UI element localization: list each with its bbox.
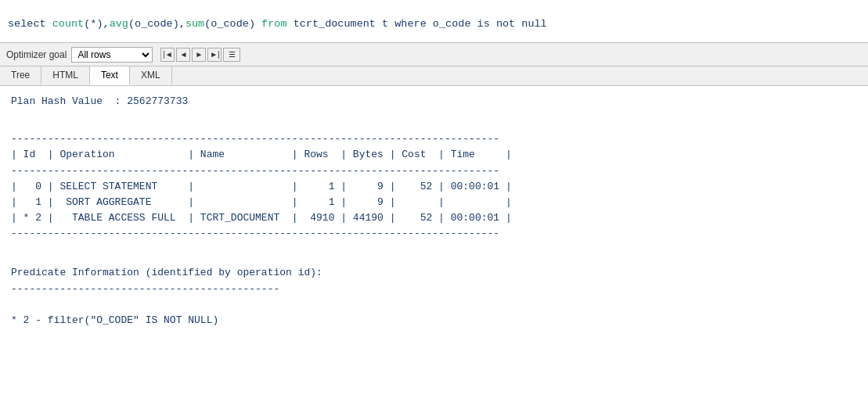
prev-btn[interactable]: ◄ <box>176 48 190 62</box>
plan-area[interactable]: Plan Hash Value : 2562773733 -----------… <box>0 86 868 407</box>
plan-row-0: | 0 | SELECT STATEMENT | | 1 | 9 | 52 | … <box>11 179 857 195</box>
tab-text[interactable]: Text <box>90 66 130 85</box>
last-btn[interactable]: ►| <box>207 48 222 62</box>
plan-header: | Id | Operation | Name | Rows | Bytes |… <box>11 147 857 163</box>
predicate-separator: ----------------------------------------… <box>11 282 857 297</box>
separator-bottom: ----------------------------------------… <box>11 226 857 242</box>
predicate-header: Predicate Information (identified by ope… <box>11 265 857 281</box>
sql-text: select count(*),avg(o_code),sum(o_code) … <box>8 6 860 30</box>
settings-btn[interactable]: ☰ <box>223 48 240 62</box>
tab-tree[interactable]: Tree <box>0 66 41 85</box>
predicate-row: * 2 - filter("O_CODE" IS NOT NULL) <box>11 313 857 328</box>
optimizer-select[interactable]: All rows First rows First rows 1 First r… <box>71 47 153 63</box>
plan-row-1: | 1 | SORT AGGREGATE | | 1 | 9 | | | <box>11 195 857 210</box>
blank-line-2 <box>11 242 857 257</box>
optimizer-label: Optimizer goal <box>6 49 67 60</box>
tab-xml[interactable]: XML <box>130 66 172 85</box>
tabs-bar: Tree HTML Text XML <box>0 66 868 86</box>
next-btn[interactable]: ► <box>192 48 206 62</box>
plan-hash: Plan Hash Value : 2562773733 <box>11 94 857 109</box>
predicate-section: Predicate Information (identified by ope… <box>11 265 857 328</box>
separator-top: ----------------------------------------… <box>11 131 857 147</box>
tab-html[interactable]: HTML <box>41 66 90 85</box>
separator-header: ----------------------------------------… <box>11 163 857 179</box>
blank-line-1 <box>11 116 857 131</box>
plan-row-2: | * 2 | TABLE ACCESS FULL | TCRT_DOCUMEN… <box>11 210 857 226</box>
toolbar-buttons: |◄ ◄ ► ►| ☰ <box>160 48 240 62</box>
sql-area: select count(*),avg(o_code),sum(o_code) … <box>0 0 868 43</box>
toolbar: Optimizer goal All rows First rows First… <box>0 43 868 66</box>
blank-line-3 <box>11 297 857 313</box>
first-btn[interactable]: |◄ <box>160 48 175 62</box>
